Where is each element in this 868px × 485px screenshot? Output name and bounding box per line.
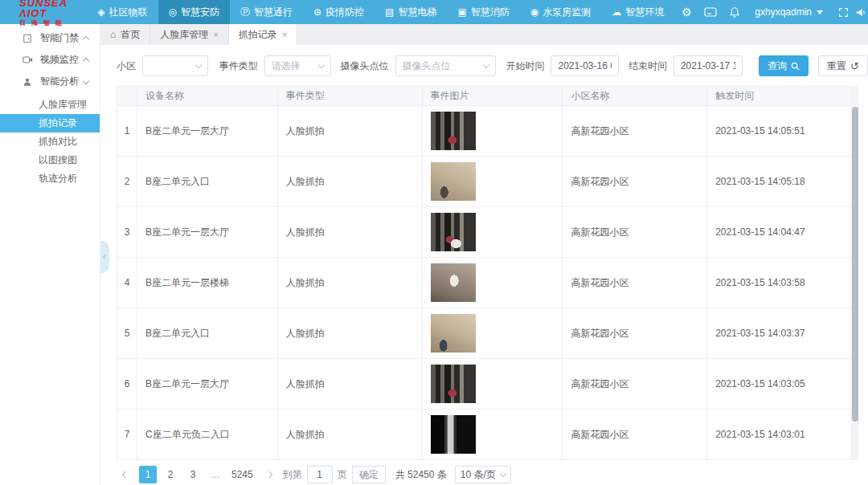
event-image-thumbnail[interactable]	[431, 213, 476, 251]
user-menu[interactable]: gxhyxqadmin	[747, 6, 831, 18]
announce-button[interactable]	[855, 7, 866, 18]
console-button[interactable]	[698, 7, 723, 17]
community-name-cell: 高新花园小区	[563, 410, 707, 459]
row-index: 1	[117, 106, 137, 156]
menu-item-smart-environment[interactable]: ☁ 智慧环境	[601, 0, 674, 24]
table-row[interactable]: 6 B座二单元一层大厅 人脸抓拍 高新花园小区 2021-03-15 14:03…	[117, 359, 852, 410]
trigger-time-cell: 2021-03-15 14:05:18	[707, 157, 852, 206]
close-icon[interactable]: ×	[213, 30, 218, 39]
end-time-field	[674, 55, 743, 76]
event-type-select-placeholder: 请选择	[272, 59, 301, 73]
table-scrollbar-track[interactable]	[852, 86, 858, 460]
tab-face-library[interactable]: 人脸库管理 ×	[150, 24, 228, 45]
table-row[interactable]: 2 B座二单元入口 人脸抓拍 高新花园小区 2021-03-15 14:05:1…	[117, 157, 852, 207]
top-menu: ◈ 社区物联 ◎ 智慧安防 Ⓟ 智慧通行 ⊕ 疫情防控 ▤ 智慧电梯 ▣ 智慧消…	[87, 0, 674, 24]
community-iot-icon: ◈	[97, 7, 104, 17]
jump-page-input[interactable]	[307, 466, 333, 483]
device-name-cell: B座二单元入口	[137, 308, 278, 358]
top-navigation-bar: SUNSEA ΛIOT 日海智能 ◈ 社区物联 ◎ 智慧安防 Ⓟ 智慧通行 ⊕ …	[0, 0, 868, 24]
event-image-thumbnail[interactable]	[431, 263, 476, 302]
community-name-cell: 高新花园小区	[563, 106, 707, 156]
settings-button[interactable]: ⚙	[674, 6, 698, 18]
bell-icon	[729, 6, 740, 18]
event-image-thumbnail[interactable]	[431, 314, 476, 353]
page-button-3[interactable]: 3	[184, 466, 202, 483]
notifications-button[interactable]	[723, 6, 747, 18]
page-button-1[interactable]: 1	[139, 466, 157, 483]
sidebar: 智能门禁 视频监控 智能分析 人脸库管理 抓拍记录 抓拍对比 以图搜图 轨迹分析	[0, 24, 100, 485]
menu-item-smart-fire[interactable]: ▣ 智慧消防	[447, 0, 519, 24]
header-event-image: 事件图片	[423, 87, 563, 105]
table-row[interactable]: 3 B座二单元一层大厅 人脸抓拍 高新花园小区 2021-03-15 14:04…	[117, 207, 852, 258]
tab-bar: ⌂ 首页 人脸库管理 × 抓拍记录 ×	[100, 24, 868, 45]
device-name-cell: B座二单元入口	[137, 157, 278, 206]
main-content: 小区 事件类型 请选择 摄像头点位 摄像头点位 开始时间 结束时间 查询 重置	[100, 45, 868, 485]
event-image-cell	[423, 207, 563, 257]
event-type-cell: 人脸抓拍	[278, 258, 423, 308]
sidebar-item-capture-records[interactable]: 抓拍记录	[0, 114, 100, 132]
sidebar-item-face-library[interactable]: 人脸库管理	[0, 96, 100, 114]
trigger-time-cell: 2021-03-15 14:03:05	[707, 359, 852, 409]
chevron-up-icon	[83, 36, 89, 43]
jump-prefix-label: 到第	[283, 468, 302, 482]
table-row[interactable]: 5 B座二单元入口 人脸抓拍 高新花园小区 2021-03-15 14:03:3…	[117, 308, 852, 359]
start-time-input[interactable]	[558, 60, 611, 71]
menu-item-community-iot[interactable]: ◈ 社区物联	[87, 0, 158, 24]
close-icon[interactable]: ×	[282, 30, 287, 39]
table-scrollbar-thumb[interactable]	[852, 107, 858, 422]
brand-subtitle: 日海智能	[19, 19, 87, 27]
event-image-thumbnail[interactable]	[431, 162, 476, 201]
prev-page-button[interactable]	[117, 466, 134, 483]
start-time-field	[551, 55, 618, 76]
search-button[interactable]: 查询	[759, 55, 809, 76]
table-row[interactable]: 1 B座二单元一层大厅 人脸抓拍 高新花园小区 2021-03-15 14:05…	[117, 106, 852, 157]
tab-home[interactable]: ⌂ 首页	[100, 24, 150, 45]
sidebar-group-video-monitoring[interactable]: 视频监控	[0, 49, 100, 71]
page-button-2[interactable]: 2	[162, 466, 179, 483]
row-index: 5	[117, 308, 137, 358]
chevron-down-icon	[817, 10, 823, 14]
trigger-time-cell: 2021-03-15 14:05:51	[707, 106, 852, 156]
smart-access-icon: Ⓟ	[240, 7, 250, 17]
jump-confirm-button[interactable]: 确定	[352, 466, 386, 483]
event-type-select[interactable]: 请选择	[264, 55, 331, 76]
page-button-last[interactable]: 5245	[229, 466, 256, 483]
table-row[interactable]: 4 B座二单元一层楼梯 人脸抓拍 高新花园小区 2021-03-15 14:03…	[117, 258, 852, 308]
page-ellipsis[interactable]: ...	[207, 466, 224, 483]
fullscreen-button[interactable]	[831, 7, 855, 18]
community-filter-label: 小区	[117, 59, 136, 73]
event-image-thumbnail[interactable]	[431, 112, 476, 150]
sidebar-item-trajectory-analysis[interactable]: 轨迹分析	[0, 169, 100, 188]
chevron-up-icon	[83, 58, 89, 64]
menu-label: 水泵房监测	[542, 6, 591, 19]
menu-item-epidemic-control[interactable]: ⊕ 疫情防控	[303, 0, 375, 24]
sidebar-item-capture-compare[interactable]: 抓拍对比	[0, 132, 100, 151]
search-icon	[791, 62, 800, 71]
sidebar-group-intelligent-analysis[interactable]: 智能分析	[0, 71, 100, 92]
menu-item-smart-security[interactable]: ◎ 智慧安防	[158, 0, 230, 24]
brand-logo: SUNSEA ΛIOT 日海智能	[0, 0, 87, 24]
sidebar-collapse-handle[interactable]	[100, 241, 109, 273]
end-time-input[interactable]	[681, 60, 735, 71]
event-image-thumbnail[interactable]	[431, 365, 476, 403]
chevron-down-icon	[483, 62, 489, 68]
community-select[interactable]	[142, 55, 208, 76]
event-image-cell	[423, 308, 563, 358]
menu-item-smart-elevator[interactable]: ▤ 智慧电梯	[375, 0, 447, 24]
chevron-down-icon	[83, 77, 89, 84]
sidebar-item-image-search[interactable]: 以图搜图	[0, 151, 100, 169]
pagination: 1 2 3 ... 5245 到第 页 确定 共 52450 条 10 条/页	[117, 466, 868, 483]
reset-button[interactable]: 重置 ↺	[818, 55, 868, 76]
page-size-select[interactable]: 10 条/页	[455, 466, 511, 483]
next-page-button[interactable]	[260, 466, 278, 483]
event-image-thumbnail[interactable]	[431, 415, 476, 454]
table-row[interactable]: 7 C座二单元负二入口 人脸抓拍 高新花园小区 2021-03-15 14:03…	[117, 410, 852, 460]
sidebar-group-access-control[interactable]: 智能门禁	[0, 27, 100, 49]
person-icon	[23, 77, 34, 87]
menu-item-pump-room-monitor[interactable]: ◉ 水泵房监测	[520, 0, 601, 24]
camera-select[interactable]: 摄像头点位	[395, 55, 497, 76]
console-icon	[704, 7, 717, 17]
menu-item-smart-access[interactable]: Ⓟ 智慧通行	[230, 0, 303, 24]
tab-capture-records[interactable]: 抓拍记录 ×	[229, 24, 297, 45]
brand-title: SUNSEA ΛIOT	[19, 0, 87, 18]
